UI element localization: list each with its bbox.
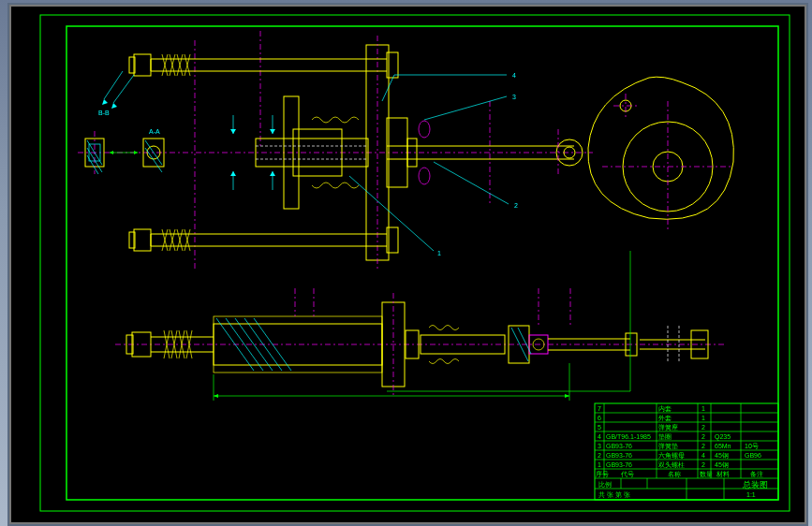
bom-row-6-desc: 外套 (658, 415, 672, 421)
bom-row-2-no: 2 (598, 452, 601, 459)
bom-row-5-qty: 2 (701, 424, 705, 431)
callout-leaders (349, 75, 509, 251)
svg-rect-9 (134, 54, 151, 76)
bom-hdr-no: 序号 (596, 471, 609, 477)
bom-row-1-mat: 45钢 (715, 461, 729, 468)
bom-row-4-no: 4 (598, 433, 601, 440)
bom-row-3-mat: 65Mn (715, 443, 731, 449)
drawing-scale: 1:1 (746, 491, 756, 498)
bom-hdr-note: 备注 (750, 471, 763, 477)
titleblock: 7 内套 1 6 外套 1 5 弹簧座 2 4 GB/T96.1-1985 垫圈… (595, 403, 778, 500)
viewport-frame: B-B A-A 4 3 2 1 (7, 3, 808, 526)
bom-hdr-qty: 数量 (700, 471, 713, 477)
svg-line-37 (104, 71, 123, 99)
bom-row-4-mat: Q235 (715, 433, 731, 441)
bom-row-1-qty: 2 (701, 461, 705, 468)
bom-row-1-desc: 双头螺柱 (658, 461, 685, 468)
bom-row-3-note: 10号 (745, 443, 759, 449)
drawing-title: 总装图 (742, 480, 768, 489)
cad-drawing[interactable]: B-B A-A 4 3 2 1 (12, 7, 804, 521)
bom-row-6-no: 6 (598, 415, 601, 421)
section-label-bb: B-B (98, 110, 110, 116)
bom-hdr-desc: 名称 (668, 471, 681, 477)
callout-4: 4 (512, 72, 516, 79)
bom-row-6-qty: 1 (701, 415, 705, 421)
callout-2: 2 (514, 202, 518, 209)
bom-row-2-qty: 4 (701, 452, 705, 459)
scale-label: 比例 (598, 481, 612, 488)
svg-line-42 (434, 162, 509, 204)
svg-line-41 (424, 96, 507, 120)
svg-rect-18 (256, 139, 368, 167)
bom-row-7-desc: 内套 (658, 405, 672, 412)
bom-hdr-mat: 材料 (716, 471, 730, 477)
app-window: B-B A-A 4 3 2 1 (0, 0, 812, 526)
bom-row-4-std: GB/T96.1-1985 (606, 433, 651, 440)
section-label-aa: A-A (149, 128, 160, 135)
bom-row-2-mat: 45钢 (715, 452, 729, 459)
bom-row-1-no: 1 (598, 461, 601, 468)
bom-row-5-no: 5 (598, 424, 601, 431)
bom-row-3-qty: 2 (701, 443, 705, 449)
callout-3: 3 (512, 94, 516, 100)
bom-row-3-std: GB93-76 (606, 443, 632, 449)
bom-row-3-desc: 弹簧垫 (658, 443, 678, 450)
top-assembly: B-B A-A 4 3 2 1 (78, 31, 593, 271)
svg-line-38 (113, 75, 134, 103)
bom-hdr-std: 代号 (620, 471, 634, 477)
bom-row-5-desc: 弹簧座 (658, 424, 678, 431)
bom-row-3-no: 3 (598, 443, 601, 449)
svg-rect-15 (134, 229, 151, 251)
cam-detail (588, 77, 734, 232)
bottom-view (115, 251, 724, 401)
bom-row-2-std: GB93-76 (606, 452, 632, 459)
sheet-outer-border (40, 15, 790, 511)
bom-row-2-desc: 六角螺母 (658, 452, 685, 459)
bom-row-4-qty: 2 (701, 433, 705, 440)
bom-row-4-desc: 垫圈 (658, 433, 672, 440)
bom-row-1-std: GB93-76 (606, 461, 632, 468)
bom-row-2-note: GB96 (745, 452, 761, 459)
bom-row-7-no: 7 (598, 405, 601, 412)
section-arrow-a (102, 71, 134, 109)
svg-point-27 (419, 168, 430, 184)
bom-row-7-qty: 1 (701, 405, 705, 412)
sheet-label: 共 张 第 张 (598, 491, 630, 499)
drawing-canvas[interactable]: B-B A-A 4 3 2 1 (12, 7, 804, 521)
callout-1: 1 (437, 250, 441, 256)
svg-point-26 (419, 121, 430, 138)
